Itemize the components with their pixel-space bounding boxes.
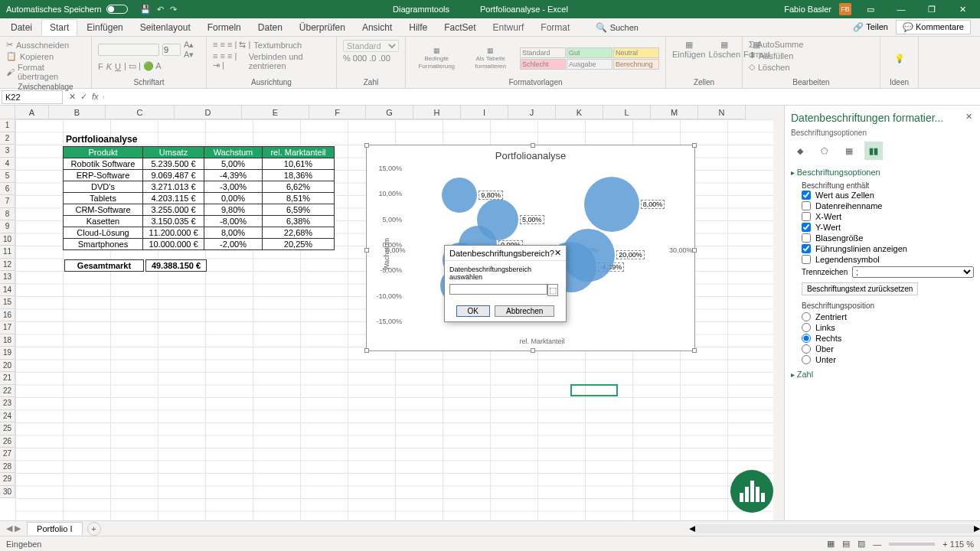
row-header[interactable]: 27 <box>0 448 15 461</box>
style-schlecht[interactable]: Schlecht <box>520 59 566 70</box>
checkbox-0[interactable] <box>802 191 811 200</box>
style-standard[interactable]: Standard <box>520 47 566 58</box>
clear-button[interactable]: ◇ Löschen <box>749 62 874 72</box>
user-name[interactable]: Fabio Basler <box>784 5 831 14</box>
row-header[interactable]: 26 <box>0 435 15 448</box>
effects-icon[interactable]: ⬠ <box>815 142 834 160</box>
spreadsheet-grid[interactable]: ABCDEFGHIJKLMN 1234567891011121314151617… <box>0 106 784 520</box>
vertical-scrollbar[interactable] <box>773 106 784 520</box>
ok-button[interactable]: OK <box>456 305 490 317</box>
row-header[interactable]: 28 <box>0 461 15 474</box>
tab-einfuegen[interactable]: Einfügen <box>79 20 130 35</box>
maximize-icon[interactable]: ❐ <box>920 5 943 15</box>
checkbox-5[interactable] <box>802 244 811 253</box>
row-header[interactable]: 20 <box>0 360 15 373</box>
pane-close-icon[interactable]: ✕ <box>965 112 972 122</box>
cancel-button[interactable]: Abbrechen <box>495 305 554 317</box>
zoom-slider[interactable] <box>889 543 935 546</box>
view-normal-icon[interactable]: ▦ <box>827 539 835 549</box>
radio-0[interactable] <box>802 312 811 321</box>
radio-1[interactable] <box>802 323 811 332</box>
section-number[interactable]: ▸ Zahl <box>791 370 974 379</box>
insert-cells-button[interactable]: ▦Einfügen <box>672 40 705 77</box>
col-header[interactable]: J <box>508 106 556 119</box>
row-header[interactable]: 6 <box>0 183 15 196</box>
share-button[interactable]: 🔗 Teilen <box>853 22 888 32</box>
style-neutral[interactable]: Neutral <box>613 47 659 58</box>
separator-select[interactable]: ; <box>852 266 974 278</box>
style-ausgabe[interactable]: Ausgabe <box>567 59 612 70</box>
row-header[interactable]: 10 <box>0 233 15 246</box>
name-box[interactable] <box>2 90 63 104</box>
tab-hilfe[interactable]: Hilfe <box>401 20 435 35</box>
row-header[interactable]: 16 <box>0 309 15 322</box>
tab-datei[interactable]: Datei <box>3 20 40 35</box>
checkbox-4[interactable] <box>802 233 811 243</box>
cancel-formula-icon[interactable]: ✕ <box>69 92 76 102</box>
font-style-row[interactable]: F K U | ▭ | 🟢 A <box>98 61 200 71</box>
row-header[interactable]: 3 <box>0 145 15 158</box>
dialog-close-icon[interactable]: ✕ <box>554 248 561 258</box>
enter-formula-icon[interactable]: ✓ <box>80 92 87 102</box>
section-label-options[interactable]: ▸ Beschriftungsoptionen <box>791 168 974 177</box>
row-header[interactable]: 24 <box>0 410 15 423</box>
row-header[interactable]: 11 <box>0 246 15 259</box>
radio-2[interactable] <box>802 334 811 343</box>
close-icon[interactable]: ✕ <box>951 5 974 15</box>
checkbox-1[interactable] <box>802 201 811 210</box>
font-select[interactable] <box>98 44 159 56</box>
row-header[interactable]: 5 <box>0 170 15 183</box>
row-header[interactable]: 25 <box>0 422 15 435</box>
row-header[interactable]: 30 <box>0 486 15 499</box>
data-label[interactable]: 9,80% <box>479 191 503 200</box>
horizontal-scrollbar[interactable]: ◀▶ <box>689 523 980 534</box>
conditional-format-button[interactable]: ▦Bedingte Formatierung <box>412 47 462 70</box>
number-buttons[interactable]: % 000 .0 .00 <box>343 54 399 63</box>
radio-3[interactable] <box>802 344 811 354</box>
formula-bar[interactable] <box>103 96 980 99</box>
checkbox-2[interactable] <box>802 212 811 221</box>
fill-icon[interactable]: ◆ <box>791 142 809 160</box>
autosum-button[interactable]: Σ AutoSumme <box>749 40 874 49</box>
view-pagebreak-icon[interactable]: ▨ <box>858 539 865 549</box>
col-header[interactable]: G <box>366 106 413 119</box>
sheet-nav[interactable]: ◀ ▶ <box>0 523 27 533</box>
row-header[interactable]: 2 <box>0 132 15 145</box>
radio-4[interactable] <box>802 355 811 364</box>
size-icon[interactable]: ▦ <box>840 142 858 160</box>
cut-button[interactable]: ✂ Ausschneiden <box>6 40 85 50</box>
reset-label-text-button[interactable]: Beschriftungstext zurücksetzen <box>802 282 918 295</box>
minimize-icon[interactable]: — <box>890 5 913 14</box>
col-header[interactable]: C <box>106 106 175 119</box>
row-header[interactable]: 23 <box>0 397 15 410</box>
tab-start[interactable]: Start <box>41 19 77 36</box>
col-header[interactable]: A <box>15 106 49 119</box>
data-label[interactable]: 5,00% <box>520 215 544 224</box>
zoom-level[interactable]: + 115 % <box>942 540 974 549</box>
style-berechnung[interactable]: Berechnung <box>613 59 659 70</box>
tab-factset[interactable]: FactSet <box>436 20 483 35</box>
add-sheet-button[interactable]: + <box>87 522 101 536</box>
pane-subtitle[interactable]: Beschriftungsoptionen <box>791 129 974 137</box>
checkbox-3[interactable] <box>802 223 811 232</box>
zoom-out-icon[interactable]: — <box>873 540 881 549</box>
active-cell[interactable] <box>570 384 618 396</box>
range-input[interactable] <box>449 284 547 295</box>
format-as-table-button[interactable]: ▦Als Tabelle formatieren <box>466 47 515 70</box>
fill-button[interactable]: ⬇ Ausfüllen <box>749 51 874 60</box>
checkbox-6[interactable] <box>802 255 811 264</box>
merge-row[interactable]: ≡ ≡ ≡ | ⇥ | Verbinden und zentrieren <box>213 51 330 70</box>
fontsize[interactable] <box>162 44 181 56</box>
comments-button[interactable]: 💬 Kommentare <box>896 20 971 34</box>
row-header[interactable]: 15 <box>0 296 15 309</box>
search[interactable]: 🔍 Suchen <box>588 20 646 35</box>
tab-entwurf[interactable]: Entwurf <box>485 20 532 35</box>
row-header[interactable]: 17 <box>0 321 15 334</box>
style-gut[interactable]: Gut <box>567 47 612 58</box>
tab-ueberpruefen[interactable]: Überprüfen <box>292 20 353 35</box>
row-header[interactable]: 19 <box>0 347 15 360</box>
tab-seitenlayout[interactable]: Seitenlayout <box>132 20 198 35</box>
ribbon-options-icon[interactable]: ▭ <box>859 5 882 15</box>
row-header[interactable]: 7 <box>0 195 15 208</box>
quick-access-toolbar[interactable]: 💾 ↶ ↷ <box>134 5 183 15</box>
